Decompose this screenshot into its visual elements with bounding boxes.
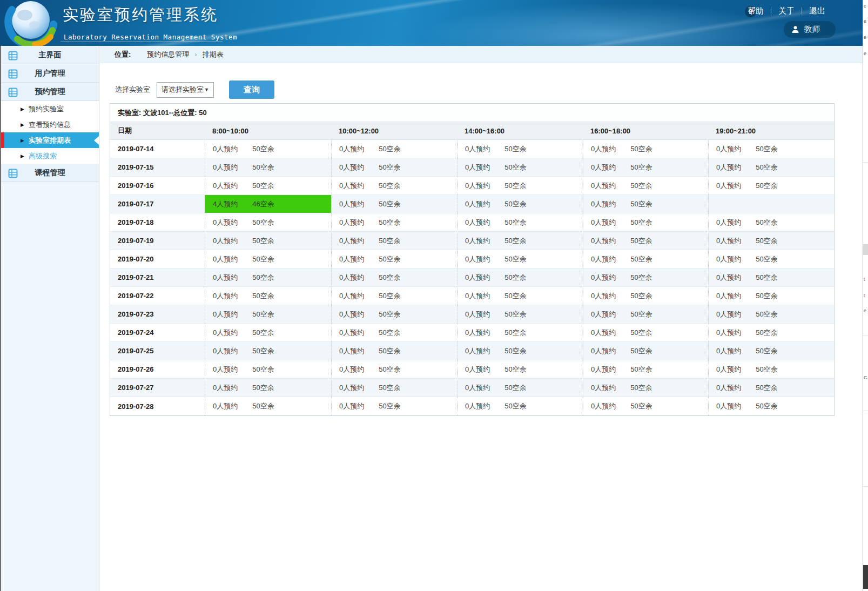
breadcrumb-schedule[interactable]: 排期表	[203, 50, 224, 59]
table-row: 2019-07-220人预约50空余0人预约50空余0人预约50空余0人预约50…	[110, 287, 834, 305]
schedule-cell: 0人预约50空余	[457, 379, 583, 397]
free-count: 50空余	[756, 401, 777, 411]
grid-icon	[8, 69, 18, 79]
booked-count: 0人预约	[213, 254, 238, 264]
edge-band	[863, 244, 868, 255]
table-row: 2019-07-230人预约50空余0人预约50空余0人预约50空余0人预约50…	[110, 305, 834, 324]
free-count: 50空余	[252, 144, 274, 154]
lab-select[interactable]: 请选择实验室 ▼	[157, 82, 214, 98]
schedule-cell: 0人预约50空余	[205, 324, 331, 341]
booked-count: 0人预约	[213, 163, 238, 172]
free-count: 50空余	[252, 181, 274, 191]
sidebar-item-users[interactable]: 用户管理	[1, 64, 99, 83]
free-count: 50空余	[630, 401, 652, 411]
sidebar-item-reservation-mgmt[interactable]: 预约管理	[1, 83, 99, 101]
schedule-cell: 0人预约50空余	[708, 213, 834, 231]
free-count: 50空余	[504, 236, 526, 246]
schedule-cell: 0人预约50空余	[583, 360, 708, 378]
free-count: 50空余	[504, 383, 526, 393]
column-header-slot4: 16:00~18:00	[583, 127, 708, 135]
booked-count: 0人预约	[591, 383, 616, 393]
booked-count: 0人预约	[716, 254, 741, 264]
help-link[interactable]: 帮助	[741, 6, 771, 16]
free-count: 50空余	[379, 181, 400, 191]
free-count: 50空余	[379, 291, 400, 301]
sidebar-item-view-reservations[interactable]: ▶ 查看预约信息	[1, 117, 99, 132]
sidebar-item-lab-schedule[interactable]: ▶ 实验室排期表	[1, 132, 99, 148]
active-notch-icon	[94, 136, 99, 145]
booked-count: 0人预约	[213, 181, 238, 191]
schedule-cell: 0人预约50空余	[457, 268, 583, 286]
table-row: 2019-07-200人预约50空余0人预约50空余0人预约50空余0人预约50…	[110, 250, 834, 268]
booked-count: 0人预约	[213, 328, 238, 338]
booked-count: 0人预约	[465, 346, 490, 356]
schedule-cell: 0人预约50空余	[708, 324, 834, 341]
free-count: 50空余	[630, 199, 652, 209]
schedule-cell: 0人预约50空余	[331, 177, 457, 194]
booked-count: 0人预约	[465, 328, 490, 338]
schedule-cell: 0人预约50空余	[331, 287, 457, 305]
schedule-cell: 0人预约50空余	[708, 287, 834, 305]
app-header: 实验室预约管理系统 Laboratory Reservation Managem…	[0, 0, 863, 46]
schedule-cell: 0人预约50空余	[583, 342, 708, 360]
top-links: 帮助 关于 退出	[741, 6, 832, 16]
free-count: 50空余	[504, 365, 526, 374]
row-date: 2019-07-14	[110, 140, 205, 158]
free-count: 50空余	[379, 199, 400, 209]
schedule-cell: 0人预约50空余	[331, 397, 457, 415]
edge-letter: e	[864, 308, 866, 313]
sidebar-item-home[interactable]: 主界面	[1, 46, 99, 64]
free-count: 50空余	[504, 181, 526, 191]
sidebar-item-course-mgmt[interactable]: 课程管理	[1, 164, 99, 182]
about-link[interactable]: 关于	[771, 6, 802, 16]
free-count: 50空余	[756, 144, 777, 154]
free-count: 50空余	[630, 328, 652, 338]
schedule-cell: 0人预约50空余	[205, 342, 331, 360]
booked-count: 0人预约	[591, 401, 616, 411]
schedule-cell: 0人预约50空余	[583, 213, 708, 231]
free-count: 50空余	[252, 401, 274, 411]
query-button[interactable]: 查询	[229, 80, 274, 99]
free-count: 50空余	[379, 144, 400, 154]
column-header-slot3: 14:00~16:00	[457, 127, 583, 135]
booked-count: 0人预约	[213, 291, 238, 301]
booked-count: 0人预约	[213, 273, 238, 283]
booked-count: 0人预约	[339, 218, 364, 227]
booked-count: 0人预约	[591, 181, 616, 191]
user-role-button[interactable]: 教师	[784, 21, 836, 38]
sidebar-item-advanced-search[interactable]: ▶ 高级搜索	[1, 148, 99, 164]
sidebar-item-label: 查看预约信息	[29, 120, 71, 130]
schedule-cell: 0人预约50空余	[331, 268, 457, 286]
sidebar-item-label: 预约实验室	[29, 104, 64, 114]
row-date: 2019-07-28	[110, 397, 205, 415]
schedule-cell: 0人预约50空余	[331, 250, 457, 268]
free-count: 50空余	[630, 218, 652, 227]
booked-count: 0人预约	[339, 236, 364, 246]
free-count: 46空余	[252, 199, 274, 209]
schedule-cell: 0人预约50空余	[708, 305, 834, 323]
free-count: 50空余	[504, 328, 526, 338]
breadcrumb-reservation-info[interactable]: 预约信息管理	[147, 50, 189, 59]
free-count: 50空余	[252, 383, 274, 393]
user-icon	[791, 25, 799, 33]
column-header-date: 日期	[110, 126, 205, 136]
schedule-cell: 0人预约50空余	[457, 250, 583, 268]
free-count: 50空余	[504, 310, 526, 319]
free-count: 50空余	[379, 218, 400, 227]
logout-link[interactable]: 退出	[802, 6, 832, 16]
schedule-cell: 0人预约50空余	[457, 140, 583, 158]
free-count: 50空余	[379, 383, 400, 393]
booked-count: 0人预约	[465, 163, 490, 172]
free-count: 50空余	[756, 254, 777, 264]
booked-count: 4人预约	[213, 199, 238, 209]
row-date: 2019-07-19	[110, 232, 205, 250]
table-row: 2019-07-280人预约50空余0人预约50空余0人预约50空余0人预约50…	[110, 397, 834, 415]
row-date: 2019-07-22	[110, 287, 205, 305]
grid-icon	[8, 88, 18, 97]
sidebar-item-reserve-lab[interactable]: ▶ 预约实验室	[1, 101, 99, 117]
booked-count: 0人预约	[465, 199, 490, 209]
schedule-cell: 0人预约50空余	[457, 360, 583, 378]
schedule-cell: 0人预约50空余	[708, 140, 834, 158]
schedule-cell: 0人预约50空余	[205, 268, 331, 286]
sidebar-item-label: 实验室排期表	[29, 136, 71, 145]
